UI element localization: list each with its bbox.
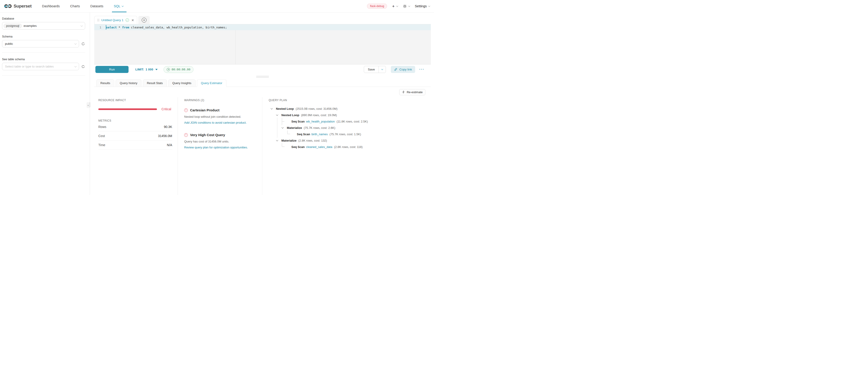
query-plan-heading: QUERY PLAN xyxy=(269,99,425,102)
estimator-header: Re-estimate xyxy=(94,87,431,97)
reestimate-label: Re-estimate xyxy=(407,90,423,94)
plan-node: Materialize (2.8K rows, cost: 132) xyxy=(269,137,425,144)
save-options-button[interactable] xyxy=(379,66,385,73)
tab-query-insights[interactable]: Query Insights xyxy=(168,79,195,87)
plan-node: Seq Scan wb_health_population (11.8K row… xyxy=(269,118,425,124)
plan-node: Seq Scan birth_names (75.7K rows, cost: … xyxy=(269,131,425,137)
tab-query-history[interactable]: Query history xyxy=(116,79,141,87)
plus-icon: + xyxy=(392,4,395,8)
schema-select[interactable]: public xyxy=(2,40,79,48)
table-schema-label: See table schema xyxy=(2,58,85,61)
warning-title: Cartesian Product xyxy=(190,108,219,112)
superset-logo[interactable]: Superset xyxy=(4,4,32,9)
reestimate-button[interactable]: Re-estimate xyxy=(399,89,425,95)
warning-suggestion-link[interactable]: Review query plan for optimization oppor… xyxy=(184,146,257,149)
theme-toggle[interactable] xyxy=(403,4,410,8)
nav-item-charts[interactable]: Charts xyxy=(70,0,80,12)
drag-handle-icon[interactable] xyxy=(97,19,99,22)
new-item-button[interactable]: + xyxy=(392,4,398,8)
pane-resize-handle[interactable] xyxy=(256,76,269,78)
copy-link-button[interactable]: Copy link xyxy=(391,66,415,73)
query-tab[interactable]: Untitled Query 1 ✓ ✕ xyxy=(94,16,137,24)
tree-guide-line xyxy=(277,130,277,138)
plan-node-stats: (2.8K rows, cost: 132) xyxy=(298,139,327,142)
plan-node-stats: (2.8K rows, cost: 118) xyxy=(334,145,363,149)
plan-node-name: Materialize xyxy=(287,126,302,129)
sql-editor[interactable]: 1 select * from cleaned_sales_data, wb_h… xyxy=(94,24,431,64)
plan-node: Nested Loop (890.9M rows, cost: 19.0M) xyxy=(269,112,425,118)
plan-node: Seq Scan cleaned_sales_data (2.8K rows, … xyxy=(269,144,425,150)
plan-node-table-link[interactable]: cleaned_sales_data xyxy=(306,145,333,149)
plan-node-stats: (75.7K rows, cost: 1.5K) xyxy=(330,132,361,136)
metric-value: 31456.0M xyxy=(158,134,172,138)
warning-cartesian-product: ! Cartesian Product Nested loop without … xyxy=(184,108,257,124)
tree-elbow-connector xyxy=(287,130,290,134)
metric-value: 90.3K xyxy=(164,125,172,129)
plan-node: Nested Loop (2515.0B rows, cost: 31456.0… xyxy=(269,106,425,112)
settings-menu[interactable]: Settings xyxy=(415,4,430,8)
tab-result-stats[interactable]: Result Stats xyxy=(143,79,167,87)
chevron-down-icon[interactable] xyxy=(276,114,278,116)
timer-value: 00:00:00.00 xyxy=(172,68,190,71)
nav-item-dashboards[interactable]: Dashboards xyxy=(42,0,60,12)
nav-item-datasets[interactable]: Datasets xyxy=(90,0,103,12)
nav-item-sql-label: SQL xyxy=(114,4,120,8)
settings-label: Settings xyxy=(415,4,427,8)
nav-item-sql[interactable]: SQL xyxy=(114,0,123,12)
sql-text: select * from cleaned_sales_data, wb_hea… xyxy=(105,26,227,29)
chevron-down-icon xyxy=(396,5,398,7)
limit-dropdown[interactable]: LIMIT: 1 000 xyxy=(135,68,158,71)
plan-node: Materialize (75.7K rows, cost: 2.6K) xyxy=(269,124,425,131)
database-select[interactable]: postgresql examples xyxy=(2,22,85,30)
query-plan-tree: Nested Loop (2515.0B rows, cost: 31456.0… xyxy=(269,106,425,150)
chevron-down-icon xyxy=(74,42,77,44)
link-icon xyxy=(394,68,397,71)
chevron-down-icon xyxy=(81,24,83,27)
query-tab-title: Untitled Query 1 xyxy=(101,19,124,22)
query-plan-column: QUERY PLAN Nested Loop (2515.0B rows, co… xyxy=(262,97,431,195)
chevron-down-icon[interactable] xyxy=(282,126,284,128)
navbar: Superset Dashboards Charts Datasets SQL … xyxy=(0,0,434,12)
save-split-button: Save xyxy=(364,66,386,73)
add-tab-button[interactable]: + xyxy=(142,18,147,23)
chevron-down-icon[interactable] xyxy=(271,107,273,109)
impact-progress-bar xyxy=(98,109,157,110)
save-button[interactable]: Save xyxy=(364,66,379,73)
more-actions-button[interactable]: ··· xyxy=(419,69,425,70)
sun-icon xyxy=(403,4,407,8)
sql-tables: cleaned_sales_data, wb_health_population… xyxy=(129,26,227,29)
warning-icon: ! xyxy=(184,109,188,112)
schema-label: Schema xyxy=(2,35,85,38)
chevron-down-icon xyxy=(74,65,77,67)
run-button[interactable]: Run xyxy=(95,66,128,73)
tab-query-estimator[interactable]: Query Estimator xyxy=(197,79,226,87)
refresh-schema-button[interactable] xyxy=(81,42,85,46)
collapse-sidebar-button[interactable]: ‹ xyxy=(87,102,90,108)
metric-label: Time xyxy=(98,143,105,147)
metric-label: Cost xyxy=(98,134,105,138)
sidebar-divider xyxy=(2,75,85,76)
plan-node-table-link[interactable]: birth_names xyxy=(312,132,328,136)
refresh-tables-button[interactable] xyxy=(81,64,85,69)
saved-check-icon: ✓ xyxy=(126,19,129,22)
plan-node-name: Seq Scan xyxy=(297,132,310,136)
plan-node-table-link[interactable]: wb_health_population xyxy=(306,120,335,123)
sqllab-sidebar: Database postgresql examples Schema publ… xyxy=(0,12,90,195)
chevron-down-icon xyxy=(122,5,124,7)
line-number: 1 xyxy=(94,26,105,29)
warnings-column: WARNINGS (2) ! Cartesian Product Nested … xyxy=(178,97,262,195)
metrics-heading: METRICS xyxy=(98,119,172,122)
metric-row-rows: Rows 90.3K xyxy=(98,122,172,131)
plan-node-name: Seq Scan xyxy=(291,120,305,123)
close-tab-icon[interactable]: ✕ xyxy=(131,19,134,22)
warning-suggestion-link[interactable]: Add JOIN conditions to avoid cartesian p… xyxy=(184,121,257,124)
tab-results[interactable]: Results xyxy=(96,79,114,87)
plan-node-name: Nested Loop xyxy=(281,113,299,117)
limit-value: 1 000 xyxy=(146,68,153,71)
warning-description: Nested loop without join condition detec… xyxy=(184,115,257,118)
chevron-down-icon[interactable] xyxy=(276,139,278,141)
superset-logo-icon xyxy=(4,4,12,9)
resource-impact-column: RESOURCE IMPACT Critical METRICS Rows 90… xyxy=(94,97,178,195)
query-timer: 00:00:00.00 xyxy=(163,66,194,73)
table-select[interactable]: Select table or type to search tables xyxy=(2,63,79,70)
